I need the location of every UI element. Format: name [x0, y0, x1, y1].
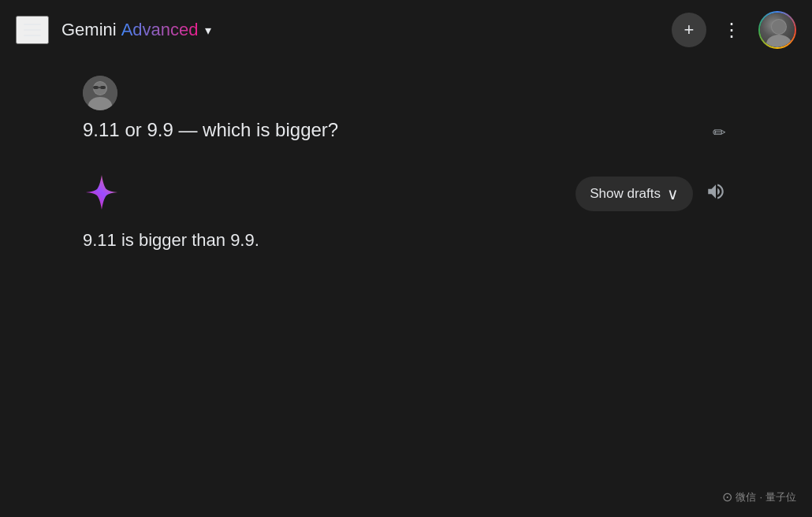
gemini-star-icon — [83, 173, 121, 214]
wechat-icon: ⊙ — [722, 489, 732, 504]
text-to-speech-button[interactable] — [702, 178, 729, 210]
user-message: 9.11 or 9.9 — which is bigger? ✏ — [83, 76, 729, 145]
more-options-button[interactable]: ⋮ — [717, 14, 747, 46]
user-message-row: 9.11 or 9.9 — which is bigger? ✏ — [83, 117, 729, 145]
watermark-separator: · — [759, 491, 762, 503]
user-avatar — [83, 76, 117, 110]
header: Gemini Advanced ▾ + ⋮ — [0, 0, 812, 60]
gemini-message: Show drafts ∨ 9.11 is bigger than 9.9. — [83, 173, 729, 253]
speaker-icon — [706, 181, 726, 202]
watermark-platform: 微信 — [736, 490, 756, 504]
svg-point-2 — [772, 20, 786, 34]
show-drafts-label: Show drafts — [590, 186, 661, 202]
chevron-down-icon: ∨ — [667, 184, 679, 203]
user-avatar-ring[interactable] — [758, 11, 796, 49]
watermark: ⊙ 微信 · 量子位 — [722, 489, 796, 504]
svg-rect-7 — [93, 86, 99, 89]
gemini-response-text: 9.11 is bigger than 9.9. — [83, 227, 729, 253]
svg-point-1 — [766, 35, 792, 47]
chat-area: 9.11 or 9.9 — which is bigger? ✏ — [51, 60, 761, 269]
edit-message-icon[interactable]: ✏ — [710, 120, 729, 145]
gemini-response-header: Show drafts ∨ — [83, 173, 729, 214]
new-chat-button[interactable]: + — [672, 13, 706, 47]
title-chevron-icon[interactable]: ▾ — [205, 23, 211, 38]
svg-rect-8 — [100, 86, 106, 89]
show-drafts-button[interactable]: Show drafts ∨ — [575, 177, 693, 211]
user-avatar-inner — [760, 13, 795, 47]
title-gemini: Gemini — [61, 20, 117, 40]
user-avatar-face — [760, 13, 795, 47]
show-drafts-area: Show drafts ∨ — [575, 177, 729, 211]
watermark-account: 量子位 — [765, 490, 796, 504]
header-actions: + ⋮ — [672, 11, 796, 49]
title-advanced: Advanced — [121, 20, 199, 40]
title-area: Gemini Advanced ▾ — [61, 20, 659, 40]
user-message-text: 9.11 or 9.9 — which is bigger? — [83, 117, 338, 143]
menu-button[interactable] — [16, 16, 49, 44]
